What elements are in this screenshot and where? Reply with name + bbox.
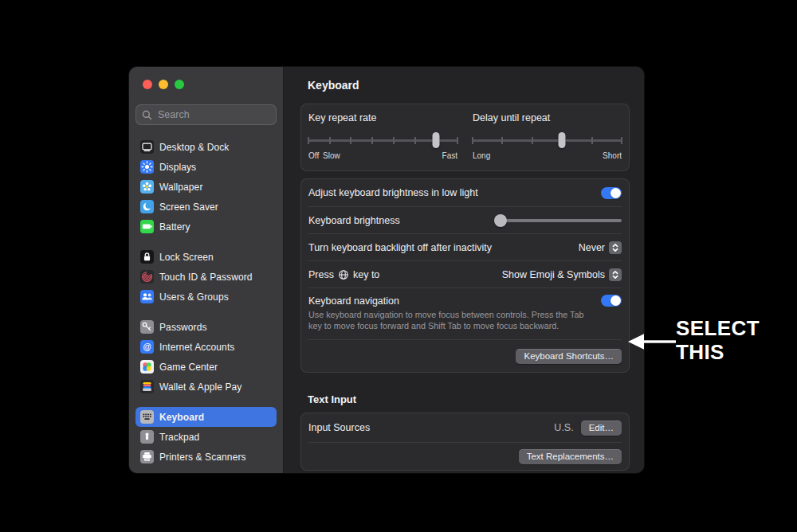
edit-button[interactable]: Edit… [581,421,622,436]
text-replacements-button[interactable]: Text Replacements… [519,449,622,464]
sidebar-item-displays[interactable]: Displays [135,157,277,177]
search-icon [142,110,152,120]
low-light-label: Adjust keyboard brightness in low light [308,187,478,198]
globe-key-label-suffix: key to [353,269,379,280]
sidebar-item-passwords[interactable]: Passwords [135,317,277,337]
sidebar-item-wallet[interactable]: Wallet & Apple Pay [135,377,277,397]
delay-slider-thumb[interactable] [559,132,566,148]
window-controls [129,67,283,91]
scale-long: Long [473,151,490,160]
sidebar-item-trackpad[interactable]: Trackpad [135,427,277,447]
keyboard-shortcuts-button[interactable]: Keyboard Shortcuts… [516,349,622,364]
sidebar-group-2: Lock Screen Touch ID & Password Users & … [135,247,277,307]
zoom-button[interactable] [175,80,184,89]
input-sources-row: Input Sources U.S. Edit… [308,413,622,442]
search-input[interactable] [156,108,270,121]
page-title: Keyboard [308,79,630,92]
keyboard-navigation-toggle[interactable] [601,295,622,307]
text-input-heading: Text Input [308,393,630,405]
backlight-off-row: Turn keyboard backlight off after inacti… [308,233,622,260]
sidebar-item-battery[interactable]: Battery [135,217,277,237]
brightness-slider-thumb[interactable] [494,214,507,227]
low-light-row: Adjust keyboard brightness in low light [308,179,622,206]
minimize-button[interactable] [159,80,168,89]
internet-accounts-icon: @ [140,340,154,354]
sidebar-item-label: Game Center [159,362,218,373]
sidebar-item-label: Screen Saver [159,201,218,213]
battery-icon [140,220,154,233]
text-replacements-row: Text Replacements… [308,442,622,470]
brightness-row: Keyboard brightness [308,206,622,233]
close-button[interactable] [143,80,152,89]
sidebar-item-label: Battery [159,221,190,233]
globe-key-dropdown[interactable]: Show Emoji & Symbols [502,268,622,281]
keyboard-navigation-label: Keyboard navigation [308,295,399,307]
annotation-select-this: SELECT THIS [676,316,760,364]
keyboard-settings-panel: Keyboard Key repeat rate Off Slow Fast [284,67,644,473]
brightness-label: Keyboard brightness [308,215,400,226]
sidebar-item-screen-saver[interactable]: Screen Saver [135,197,277,217]
scale-slow: Slow [323,151,340,160]
sidebar-item-internet-accounts[interactable]: @ Internet Accounts [135,337,277,357]
sidebar-group-1: Desktop & Dock Displays Wallpaper Screen… [135,137,277,237]
repeat-card: Key repeat rate Off Slow Fast Delay unti… [300,104,630,171]
sidebar-item-users-groups[interactable]: Users & Groups [135,287,277,307]
globe-key-row: Press key to Show Emoji & Symbols [308,260,622,288]
key-repeat-label: Key repeat rate [308,112,457,123]
delay-label: Delay until repeat [473,112,622,123]
keyboard-navigation-row: Keyboard navigation Use keyboard navigat… [308,288,622,339]
screen-saver-icon [140,200,154,213]
sidebar-item-label: Trackpad [159,432,199,443]
search-field[interactable] [135,104,277,125]
sidebar-item-wallpaper[interactable]: Wallpaper [135,177,277,197]
key-repeat-slider-thumb[interactable] [433,132,440,148]
keyboard-icon [140,410,154,424]
scale-fast: Fast [442,151,457,160]
delay-slider[interactable] [473,132,622,148]
sidebar-item-label: Passwords [159,322,207,333]
annotation-line2: THIS [676,340,760,364]
globe-key-label: Press key to [308,269,379,280]
sidebar-group-3: Passwords @ Internet Accounts Game Cente… [135,317,277,397]
sidebar-item-desktop-dock[interactable]: Desktop & Dock [135,137,277,157]
brightness-slider[interactable] [494,214,622,227]
users-groups-icon [140,290,154,303]
globe-key-label-prefix: Press [308,269,334,280]
sidebar-group-4: Keyboard Trackpad Printers & Scanners [135,407,277,467]
shortcuts-row: Keyboard Shortcuts… [308,339,622,372]
delay-scale: Long Short [473,151,622,162]
delay-group: Delay until repeat Long Short [473,112,622,162]
chevron-up-down-icon [609,268,622,281]
annotation-arrow-icon [628,331,676,355]
sidebar-item-game-center[interactable]: Game Center [135,357,277,377]
sidebar-item-label: Users & Groups [159,291,229,303]
backlight-off-dropdown[interactable]: Never [579,241,622,254]
passwords-key-icon [140,320,154,334]
sidebar-item-label: Displays [159,162,196,173]
sidebar-item-keyboard[interactable]: Keyboard [135,407,277,427]
sidebar-item-printers[interactable]: Printers & Scanners [135,447,277,467]
key-repeat-slider[interactable] [308,132,457,148]
sidebar-item-label: Wallet & Apple Pay [159,381,241,393]
desktop-dock-icon [140,140,154,154]
printer-icon [140,450,154,464]
sidebar-item-label: Internet Accounts [159,342,234,353]
sidebar-item-label: Lock Screen [159,252,214,263]
sidebar-nav: Desktop & Dock Displays Wallpaper Screen… [129,125,283,473]
backlight-off-label: Turn keyboard backlight off after inacti… [308,242,492,253]
globe-key-value: Show Emoji & Symbols [502,269,605,280]
sidebar-item-label: Keyboard [159,412,204,423]
key-repeat-group: Key repeat rate Off Slow Fast [308,112,457,162]
sidebar-item-label: Touch ID & Password [159,272,253,283]
sidebar-item-touch-id[interactable]: Touch ID & Password [135,267,277,287]
key-repeat-scale: Off Slow Fast [308,151,457,162]
sidebar: Desktop & Dock Displays Wallpaper Screen… [129,67,284,473]
sidebar-item-label: Printers & Scanners [159,452,246,463]
backlight-off-value: Never [579,242,605,253]
low-light-toggle[interactable] [601,187,622,199]
globe-icon [338,269,349,280]
sidebar-item-lock-screen[interactable]: Lock Screen [135,247,277,267]
sidebar-item-label: Desktop & Dock [159,142,229,153]
trackpad-icon [140,430,154,444]
input-sources-label: Input Sources [308,422,370,433]
